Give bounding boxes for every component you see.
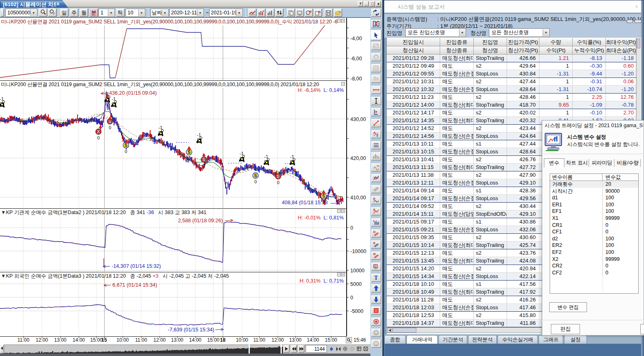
svg-text:S: S (254, 173, 257, 178)
svg-text:0: 0 (254, 179, 257, 184)
svg-text:430,00: 430,00 (350, 116, 366, 122)
svg-text:410,00: 410,00 (350, 195, 366, 201)
svg-text:0: 0 (188, 156, 190, 161)
svg-text:10000: 10000 (350, 268, 365, 274)
svg-text:-6,00: -6,00 (350, 56, 362, 62)
svg-text:R: R (318, 10, 321, 14)
svg-text:-10000: -10000 (350, 249, 366, 254)
svg-text:E: E (373, 241, 376, 245)
svg-text:-1: -1 (158, 125, 162, 130)
svg-text:S: S (202, 157, 205, 162)
svg-text:T: T (376, 134, 379, 138)
svg-text:E: E (373, 197, 376, 201)
svg-text:0: 0 (125, 149, 127, 154)
svg-text:0: 0 (350, 295, 353, 301)
svg-text:0: 0 (203, 163, 205, 168)
svg-text:X: X (97, 129, 100, 134)
svg-text:420,00: 420,00 (350, 155, 366, 161)
svg-text:5000: 5000 (350, 281, 362, 287)
svg-text:-1: -1 (290, 154, 294, 159)
svg-text:-8,00: -8,00 (350, 76, 362, 82)
svg-text:0: 0 (350, 225, 353, 231)
svg-text:%: % (377, 164, 379, 168)
svg-text:0: 0 (109, 125, 111, 130)
svg-text:T: T (374, 275, 378, 281)
svg-text:0: 0 (97, 135, 100, 140)
svg-text:R: R (373, 252, 376, 256)
svg-text:-4,00: -4,00 (350, 36, 362, 41)
svg-text:-1: -1 (112, 96, 116, 101)
svg-text:-1: -1 (264, 154, 268, 159)
svg-text:-1: -1 (197, 132, 201, 137)
svg-text:Q: Q (374, 265, 377, 268)
svg-text:R: R (309, 10, 312, 14)
svg-text:0: 0 (277, 180, 279, 185)
svg-text:S: S (276, 174, 279, 179)
svg-text:-1: -1 (240, 151, 244, 156)
svg-text:-5000: -5000 (350, 308, 363, 314)
svg-text:D: D (373, 230, 376, 234)
